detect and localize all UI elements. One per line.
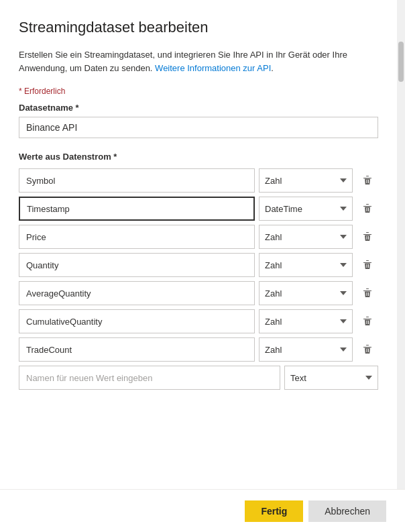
cancel-button[interactable]: Abbrechen <box>308 500 386 522</box>
trash-icon <box>362 316 373 327</box>
value-row: ZahlTextDateTimeBool <box>19 225 378 249</box>
value-row: ZahlTextDateTimeBool <box>19 197 378 221</box>
trash-icon <box>362 344 373 355</box>
scrollbar-thumb <box>398 42 404 82</box>
footer: Fertig Abbrechen <box>0 489 405 532</box>
trash-icon <box>362 175 373 186</box>
content: Streamingdataset bearbeiten Erstellen Si… <box>0 0 397 454</box>
value-type-select[interactable]: ZahlTextDateTimeBool <box>259 253 353 277</box>
trash-icon <box>362 260 373 270</box>
value-name-input[interactable] <box>19 309 255 333</box>
page-title: Streamingdataset bearbeiten <box>19 19 378 36</box>
delete-row-button[interactable] <box>357 309 378 333</box>
value-type-select[interactable]: ZahlTextDateTimeBool <box>259 225 353 249</box>
value-type-select[interactable]: ZahlTextDateTimeBool <box>259 281 353 305</box>
dataset-label: Datasetname * <box>19 103 378 113</box>
api-link[interactable]: Weitere Informationen zur API <box>155 63 271 73</box>
value-type-select[interactable]: ZahlTextDateTimeBool <box>259 337 353 362</box>
value-type-select[interactable]: ZahlTextDateTimeBool <box>259 309 353 333</box>
values-label: Werte aus Datenstrom * <box>19 152 378 162</box>
new-value-type-select[interactable]: Zahl Text DateTime Bool <box>284 366 378 390</box>
value-row: ZahlTextDateTimeBool <box>19 337 378 362</box>
dataset-name-input[interactable] <box>19 117 378 138</box>
value-name-input[interactable] <box>19 225 255 249</box>
scrollbar[interactable] <box>397 0 405 532</box>
value-type-select[interactable]: ZahlTextDateTimeBool <box>259 197 353 221</box>
value-name-input[interactable] <box>19 253 255 277</box>
value-row: ZahlTextDateTimeBool <box>19 309 378 333</box>
required-note: * Erforderlich <box>19 87 378 96</box>
trash-icon <box>362 288 373 299</box>
trash-icon <box>362 231 373 242</box>
value-name-input[interactable] <box>19 197 255 221</box>
delete-row-button[interactable] <box>357 337 378 362</box>
new-value-name-input[interactable] <box>19 366 280 390</box>
delete-row-button[interactable] <box>357 281 378 305</box>
value-row: ZahlTextDateTimeBool <box>19 168 378 193</box>
delete-row-button[interactable] <box>357 197 378 221</box>
value-name-input[interactable] <box>19 337 255 362</box>
value-type-select[interactable]: ZahlTextDateTimeBool <box>259 168 353 193</box>
value-name-input[interactable] <box>19 168 255 193</box>
description: Erstellen Sie ein Streamingdataset, und … <box>19 48 378 74</box>
delete-row-button[interactable] <box>357 253 378 277</box>
delete-row-button[interactable] <box>357 225 378 249</box>
value-row: ZahlTextDateTimeBool <box>19 281 378 305</box>
delete-row-button[interactable] <box>357 168 378 193</box>
value-name-input[interactable] <box>19 281 255 305</box>
done-button[interactable]: Fertig <box>245 500 303 522</box>
panel: Streamingdataset bearbeiten Erstellen Si… <box>0 0 405 532</box>
value-rows-container: ZahlTextDateTimeBool ZahlTextDateTimeBoo… <box>19 168 378 362</box>
value-row: ZahlTextDateTimeBool <box>19 253 378 277</box>
new-value-row: Zahl Text DateTime Bool <box>19 366 378 390</box>
trash-icon <box>362 203 373 214</box>
